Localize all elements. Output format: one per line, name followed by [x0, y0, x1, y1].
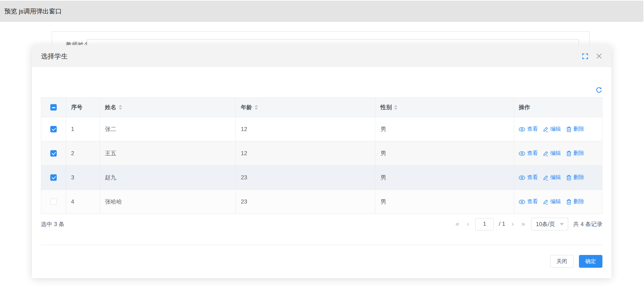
- delete-link[interactable]: 删除: [566, 174, 584, 181]
- next-page-button[interactable]: ›: [510, 221, 515, 228]
- table-header-row: 序号 姓名 年龄 性别 操作: [41, 98, 602, 117]
- page-size-select[interactable]: 10条/页: [531, 218, 568, 230]
- view-link[interactable]: 查看: [519, 198, 538, 205]
- cell-index: 2: [66, 141, 100, 165]
- view-link[interactable]: 查看: [519, 174, 538, 181]
- table-toolbar: [41, 67, 602, 97]
- eye-icon: [519, 175, 525, 180]
- cell-name: 张哈哈: [100, 190, 236, 214]
- page-title: 预览 js调用弹出窗口: [4, 7, 62, 16]
- select-all-checkbox[interactable]: [50, 104, 57, 111]
- row-checkbox[interactable]: [50, 126, 57, 132]
- prev-page-button[interactable]: ‹: [466, 221, 470, 228]
- modal-buttons: 关闭 确定: [41, 245, 602, 268]
- cell-age: 23: [236, 190, 375, 214]
- table-row: 1 张二 12 男 查看 编辑: [41, 117, 602, 141]
- trash-icon: [566, 175, 572, 181]
- edit-link[interactable]: 编辑: [543, 126, 561, 133]
- page-size-value: 10条/页: [536, 220, 555, 228]
- cell-index: 4: [66, 190, 100, 214]
- first-page-button[interactable]: «: [454, 221, 461, 228]
- column-header-name[interactable]: 姓名: [100, 98, 236, 117]
- eye-icon: [519, 151, 525, 156]
- refresh-icon[interactable]: [595, 87, 602, 94]
- edit-pencil-icon: [543, 175, 548, 180]
- close-button[interactable]: 关闭: [550, 255, 574, 268]
- edit-pencil-icon: [543, 127, 548, 132]
- table-row: 2 王五 12 男 查看 编辑: [41, 141, 602, 165]
- eye-icon: [519, 127, 525, 132]
- modal-title: 选择学生: [41, 52, 68, 61]
- table-row: 3 赵九 23 男 查看 编辑: [41, 165, 602, 189]
- cell-gender: 男: [375, 166, 514, 189]
- sort-caret-icon[interactable]: [255, 105, 258, 110]
- delete-link[interactable]: 删除: [566, 150, 584, 157]
- selected-count-text: 选中 3 条: [41, 220, 64, 228]
- row-checkbox[interactable]: [50, 174, 57, 181]
- trash-icon: [566, 150, 572, 157]
- students-table: 序号 姓名 年龄 性别 操作: [41, 97, 602, 214]
- total-records-text: 共 4 条记录: [573, 220, 602, 228]
- delete-link[interactable]: 删除: [566, 126, 584, 133]
- cell-age: 23: [236, 166, 375, 189]
- modal-body: 序号 姓名 年龄 性别 操作: [32, 67, 611, 268]
- select-student-modal: 选择学生: [32, 45, 611, 278]
- eye-icon: [519, 200, 525, 204]
- cell-index: 1: [66, 117, 100, 141]
- edit-link[interactable]: 编辑: [543, 198, 561, 205]
- cell-gender: 男: [375, 117, 514, 141]
- edit-pencil-icon: [543, 199, 548, 205]
- pagination: « ‹ / 1 › » 10条/页 共 4 条记录: [454, 218, 602, 230]
- edit-link[interactable]: 编辑: [543, 150, 561, 157]
- column-header-age[interactable]: 年龄: [236, 98, 375, 117]
- cell-age: 12: [236, 141, 375, 165]
- close-icon[interactable]: [596, 53, 602, 59]
- edit-pencil-icon: [543, 151, 548, 156]
- cell-name: 王五: [100, 141, 236, 165]
- modal-header: 选择学生: [32, 45, 611, 67]
- page: 预览 js调用弹出窗口 教师姓名 选择学生: [0, 0, 644, 303]
- view-link[interactable]: 查看: [519, 126, 538, 133]
- delete-link[interactable]: 删除: [566, 198, 584, 205]
- cell-name: 张二: [100, 117, 236, 141]
- chevron-down-icon: [560, 223, 564, 225]
- sort-caret-icon[interactable]: [119, 105, 122, 110]
- fullscreen-icon[interactable]: [582, 53, 588, 59]
- cell-age: 12: [236, 117, 375, 141]
- total-pages-text: / 1: [499, 221, 505, 227]
- column-header-gender[interactable]: 性别: [375, 98, 514, 117]
- top-title-bar: 预览 js调用弹出窗口: [0, 1, 643, 22]
- column-header-actions: 操作: [514, 98, 602, 117]
- trash-icon: [566, 126, 572, 132]
- row-checkbox[interactable]: [50, 199, 57, 205]
- last-page-button[interactable]: »: [520, 221, 527, 228]
- cell-gender: 男: [375, 141, 514, 165]
- edit-link[interactable]: 编辑: [543, 174, 561, 181]
- table-footer: 选中 3 条 « ‹ / 1 › » 10条/页 共 4 条记录: [41, 214, 602, 234]
- view-link[interactable]: 查看: [519, 150, 538, 157]
- cell-index: 3: [66, 166, 100, 189]
- cell-name: 赵九: [100, 166, 236, 189]
- confirm-button[interactable]: 确定: [579, 255, 602, 268]
- sort-caret-icon[interactable]: [394, 105, 397, 110]
- table-row: 4 张哈哈 23 男 查看 编辑: [41, 189, 602, 214]
- page-number-input[interactable]: [475, 218, 494, 230]
- trash-icon: [566, 199, 572, 205]
- cell-gender: 男: [375, 190, 514, 214]
- column-header-index: 序号: [66, 98, 100, 117]
- row-checkbox[interactable]: [50, 150, 57, 157]
